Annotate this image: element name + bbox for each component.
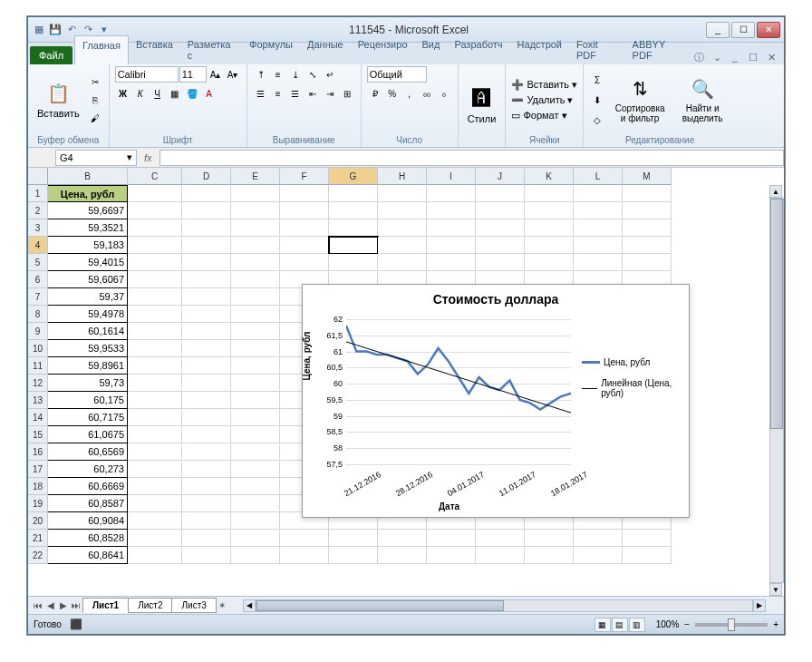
cell-B6[interactable]: 59,6067 — [48, 271, 128, 288]
cell-C1[interactable] — [128, 185, 182, 202]
new-sheet-button[interactable]: ✶ — [216, 600, 228, 610]
cell-B18[interactable]: 60,6669 — [48, 478, 128, 495]
cell-G3[interactable] — [329, 219, 378, 237]
cell-E12[interactable] — [231, 375, 280, 392]
cell-J4[interactable] — [476, 237, 525, 254]
tab-вставка[interactable]: Вставка — [129, 35, 180, 64]
hscroll-track[interactable] — [256, 599, 753, 612]
italic-button[interactable]: К — [132, 85, 149, 102]
vscroll-thumb[interactable] — [770, 199, 783, 429]
cell-F3[interactable] — [280, 219, 329, 237]
page-layout-button[interactable]: ▤ — [612, 618, 628, 632]
cell-C7[interactable] — [128, 288, 182, 306]
tab-вид[interactable]: Вид — [415, 35, 448, 64]
cell-C17[interactable] — [128, 461, 182, 478]
cell-E15[interactable] — [231, 426, 280, 443]
cell-D21[interactable] — [182, 530, 231, 547]
ribbon-min-icon[interactable]: ⌄ — [710, 50, 724, 64]
grow-font-button[interactable]: A▴ — [208, 66, 224, 83]
row-header-3[interactable]: 3 — [28, 219, 47, 237]
merge-button[interactable]: ⊞ — [339, 85, 355, 102]
cell-G5[interactable] — [329, 254, 378, 271]
cell-K21[interactable] — [525, 530, 574, 547]
cell-B1[interactable]: Цена, рубл — [48, 185, 128, 202]
tab-foxit pdf[interactable]: Foxit PDF — [569, 35, 625, 64]
cell-I4[interactable] — [427, 237, 476, 254]
insert-cells-button[interactable]: ➕ Вставить ▾ — [511, 79, 577, 91]
zoom-out-button[interactable]: − — [684, 619, 690, 629]
cell-C2[interactable] — [128, 202, 182, 219]
cell-E1[interactable] — [231, 185, 280, 202]
cell-F4[interactable] — [280, 237, 329, 254]
zoom-thumb[interactable] — [728, 618, 735, 631]
cell-D2[interactable] — [182, 202, 231, 219]
bold-button[interactable]: Ж — [115, 85, 131, 102]
cell-E9[interactable] — [231, 323, 280, 340]
cell-D15[interactable] — [182, 426, 231, 443]
scroll-up-button[interactable]: ▲ — [769, 185, 782, 198]
cell-M3[interactable] — [623, 219, 672, 237]
tab-abbyy pdf[interactable]: ABBYY PDF — [625, 35, 691, 64]
select-all-corner[interactable] — [28, 168, 48, 185]
cell-K1[interactable] — [525, 185, 574, 202]
shrink-font-button[interactable]: A▾ — [225, 66, 241, 83]
maximize-button[interactable]: ☐ — [731, 22, 755, 38]
tab-разметка с[interactable]: Разметка с — [180, 35, 242, 64]
cell-B12[interactable]: 59,73 — [48, 375, 128, 392]
cell-G21[interactable] — [329, 530, 378, 547]
col-header-K[interactable]: K — [525, 168, 574, 185]
cell-B9[interactable]: 60,1614 — [48, 323, 128, 340]
minimize-button[interactable]: _ — [706, 22, 730, 38]
delete-cells-button[interactable]: ➖ Удалить ▾ — [511, 94, 577, 106]
cell-H2[interactable] — [378, 202, 427, 219]
cell-K5[interactable] — [525, 254, 574, 271]
cell-D10[interactable] — [182, 340, 231, 357]
cell-D18[interactable] — [182, 478, 231, 495]
hscroll-thumb[interactable] — [256, 600, 505, 611]
cell-B17[interactable]: 60,273 — [48, 461, 128, 478]
col-header-C[interactable]: C — [128, 168, 182, 185]
cell-D17[interactable] — [182, 461, 231, 478]
cell-M22[interactable] — [623, 547, 672, 564]
cell-I3[interactable] — [427, 219, 476, 237]
cell-F2[interactable] — [280, 202, 329, 219]
tab-данные[interactable]: Данные — [300, 35, 351, 64]
cell-C20[interactable] — [128, 512, 182, 530]
row-header-13[interactable]: 13 — [28, 392, 47, 409]
row-header-14[interactable]: 14 — [28, 409, 47, 426]
copy-button[interactable]: ⎘ — [87, 92, 103, 108]
cell-E10[interactable] — [231, 340, 280, 357]
indent-inc-button[interactable]: ⇥ — [322, 85, 338, 102]
styles-button[interactable]: 🅰 Стили — [464, 84, 500, 126]
embedded-chart[interactable]: Стоимость доллара Цена, рубл Дата 57,558… — [302, 284, 690, 518]
cell-C11[interactable] — [128, 357, 182, 375]
cell-E8[interactable] — [231, 306, 280, 323]
cell-J1[interactable] — [476, 185, 525, 202]
col-header-D[interactable]: D — [182, 168, 231, 185]
cell-G4[interactable] — [329, 237, 378, 254]
cell-C3[interactable] — [128, 219, 182, 237]
cell-C9[interactable] — [128, 323, 182, 340]
cell-F21[interactable] — [280, 530, 329, 547]
sheet-nav-first[interactable]: ⏮ — [32, 600, 44, 610]
fill-color-button[interactable]: 🪣 — [184, 85, 200, 102]
inc-decimal-button[interactable]: ₀₀ — [419, 85, 435, 102]
row-header-16[interactable]: 16 — [28, 443, 47, 461]
sheet-tab-Лист1[interactable]: Лист1 — [82, 598, 129, 613]
cell-E22[interactable] — [231, 547, 280, 564]
cell-B22[interactable]: 60,8641 — [48, 547, 128, 564]
row-header-2[interactable]: 2 — [28, 202, 47, 219]
sheet-tab-Лист3[interactable]: Лист3 — [171, 598, 216, 613]
scroll-down-button[interactable]: ▼ — [769, 583, 782, 596]
border-button[interactable]: ▦ — [167, 85, 183, 102]
cell-M2[interactable] — [623, 202, 672, 219]
cell-C13[interactable] — [128, 392, 182, 409]
cell-E17[interactable] — [231, 461, 280, 478]
row-header-18[interactable]: 18 — [28, 478, 47, 495]
cell-D3[interactable] — [182, 219, 231, 237]
cell-F1[interactable] — [280, 185, 329, 202]
col-header-L[interactable]: L — [574, 168, 623, 185]
sheet-nav-next[interactable]: ▶ — [57, 600, 70, 610]
cell-B2[interactable]: 59,6697 — [48, 202, 128, 219]
cell-I5[interactable] — [427, 254, 476, 271]
